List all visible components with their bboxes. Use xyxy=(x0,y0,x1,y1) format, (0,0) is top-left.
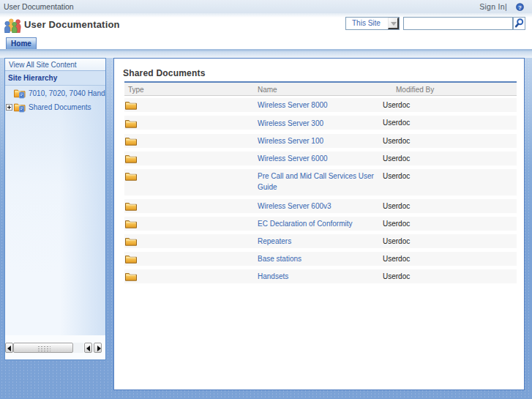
svg-text:?: ? xyxy=(518,4,522,10)
